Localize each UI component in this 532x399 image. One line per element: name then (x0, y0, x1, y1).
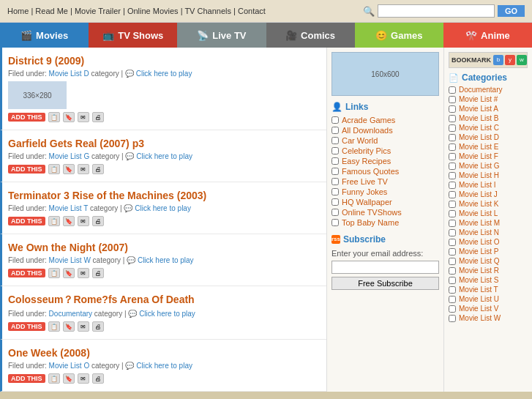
category-link-t[interactable]: Movie List T (459, 286, 498, 294)
play-link[interactable]: Click here to play (138, 256, 194, 264)
category-checkbox[interactable] (449, 210, 456, 217)
share-icon-4[interactable]: 🖨 (92, 216, 104, 226)
share-icon-1[interactable]: 📋 (48, 112, 60, 122)
share-icon-4[interactable]: 🖨 (92, 164, 104, 174)
link-checkbox[interactable] (331, 116, 339, 124)
tab-games[interactable]: 😊 Games (355, 23, 443, 48)
category-checkbox[interactable] (449, 124, 456, 132)
category-link-q[interactable]: Movie List Q (459, 257, 500, 265)
nav-contact[interactable]: Contact (238, 7, 266, 15)
category-checkbox[interactable] (449, 248, 456, 256)
category-checkbox[interactable] (449, 296, 456, 303)
category-checkbox[interactable] (449, 305, 456, 313)
category-checkbox[interactable] (449, 163, 456, 170)
category-link-u[interactable]: Movie List U (459, 295, 499, 303)
add-this-button[interactable]: ADD THIS (8, 113, 45, 122)
category-link-v[interactable]: Movie List V (459, 305, 498, 313)
post-title[interactable]: Terminator 3 Rise of the Machines (2003) (8, 190, 318, 201)
share-icon-2[interactable]: 🔖 (63, 268, 75, 278)
share-icon-4[interactable]: 🖨 (92, 373, 104, 384)
category-link-i[interactable]: Movie List I (459, 181, 496, 189)
category-checkbox[interactable] (449, 201, 456, 208)
link-checkbox[interactable] (331, 147, 339, 154)
category-link-f[interactable]: Movie List F (459, 152, 498, 160)
add-this-button[interactable]: ADD THIS (8, 217, 45, 225)
link-acrade-games[interactable]: Acrade Games (342, 116, 395, 124)
link-checkbox[interactable] (331, 127, 339, 134)
bookmark-icon-3[interactable]: w (517, 55, 527, 65)
play-link[interactable]: Click here to play (136, 152, 192, 160)
nav-tv-channels[interactable]: TV Channels (184, 7, 231, 15)
category-link-m[interactable]: Movie List M (459, 219, 500, 227)
nav-readme[interactable]: Read Me (35, 7, 68, 15)
category-checkbox[interactable] (449, 258, 456, 265)
category-link-s[interactable]: Movie List S (459, 276, 498, 284)
post-category-link[interactable]: Movie List W (49, 256, 91, 264)
category-checkbox[interactable] (449, 86, 456, 94)
category-link-d[interactable]: Movie List D (459, 133, 499, 141)
category-link-w[interactable]: Movie List W (459, 314, 501, 322)
category-checkbox[interactable] (449, 153, 456, 160)
category-checkbox[interactable] (449, 286, 456, 294)
category-link-o[interactable]: Movie List O (459, 238, 500, 246)
category-link-h[interactable]: Movie List H (459, 171, 499, 179)
nav-online-movies[interactable]: Online Movies (127, 7, 179, 15)
play-link[interactable]: Click here to play (136, 70, 192, 78)
category-checkbox[interactable] (449, 105, 456, 113)
category-checkbox[interactable] (449, 96, 456, 103)
category-link-k[interactable]: Movie List K (459, 200, 498, 208)
play-link[interactable]: Click here to play (136, 362, 192, 370)
category-link-r[interactable]: Movie List R (459, 266, 499, 275)
nav-home[interactable]: Home (7, 7, 29, 15)
post-title[interactable]: We Own the Night (2007) (8, 242, 318, 253)
add-this-button[interactable]: ADD THIS (8, 165, 45, 174)
share-icon-2[interactable]: 🔖 (63, 321, 75, 332)
category-checkbox[interactable] (449, 143, 456, 151)
category-checkbox[interactable] (449, 315, 456, 322)
share-icon-2[interactable]: 🔖 (63, 112, 75, 122)
link-all-downloads[interactable]: All Downloads (342, 126, 393, 135)
post-title[interactable]: Garfield Gets Real (2007) p3 (8, 138, 318, 149)
category-checkbox[interactable] (449, 277, 456, 284)
play-link[interactable]: Click here to play (139, 310, 195, 318)
category-checkbox[interactable] (449, 115, 456, 122)
category-checkbox[interactable] (449, 229, 456, 236)
category-checkbox[interactable] (449, 267, 456, 275)
category-link-n[interactable]: Movie List N (459, 228, 499, 236)
link-hq-wallpaper[interactable]: HQ Wallpaper (342, 198, 392, 206)
share-icon-1[interactable]: 📋 (48, 216, 60, 226)
bookmark-icon-2[interactable]: y (505, 55, 515, 65)
tab-anime[interactable]: 🎌 Anime (443, 23, 532, 48)
tab-livetv[interactable]: 📡 Live TV (177, 23, 266, 48)
link-checkbox[interactable] (331, 198, 339, 206)
category-link-p[interactable]: Movie List P (459, 247, 498, 256)
category-checkbox[interactable] (449, 134, 456, 141)
bookmark-icon-1[interactable]: b (493, 55, 503, 65)
link-famous-quotes[interactable]: Famous Quotes (342, 167, 399, 176)
add-this-button[interactable]: ADD THIS (8, 322, 45, 331)
post-title[interactable]: One Week (2008) (8, 347, 318, 359)
play-link[interactable]: Click here to play (135, 204, 191, 212)
share-icon-1[interactable]: 📋 (48, 164, 60, 174)
subscribe-button[interactable]: Free Subscribe (331, 277, 439, 290)
category-link-c[interactable]: Movie List C (459, 124, 499, 132)
share-icon-3[interactable]: ✉ (78, 321, 89, 332)
go-button[interactable]: GO (498, 5, 525, 17)
link-top-baby[interactable]: Top Baby Name (342, 218, 399, 227)
post-category-link[interactable]: Movie List D (49, 70, 89, 78)
share-icon-4[interactable]: 🖨 (92, 321, 104, 332)
share-icon-3[interactable]: ✉ (78, 268, 89, 278)
share-icon-1[interactable]: 📋 (48, 268, 60, 278)
share-icon-3[interactable]: ✉ (78, 216, 89, 226)
share-icon-1[interactable]: 📋 (48, 321, 60, 332)
category-link-e[interactable]: Movie List E (459, 143, 498, 151)
post-category-link[interactable]: Movie List G (49, 152, 90, 160)
share-icon-3[interactable]: ✉ (78, 373, 89, 384)
tab-tvshows[interactable]: 📺 TV Shows (89, 23, 177, 48)
post-category-link[interactable]: Documentary (49, 310, 92, 318)
link-checkbox[interactable] (331, 209, 339, 216)
category-link-b[interactable]: Movie List B (459, 114, 498, 122)
add-this-button[interactable]: ADD THIS (8, 374, 45, 383)
link-car-world[interactable]: Car World (342, 136, 378, 145)
share-icon-3[interactable]: ✉ (78, 112, 89, 122)
